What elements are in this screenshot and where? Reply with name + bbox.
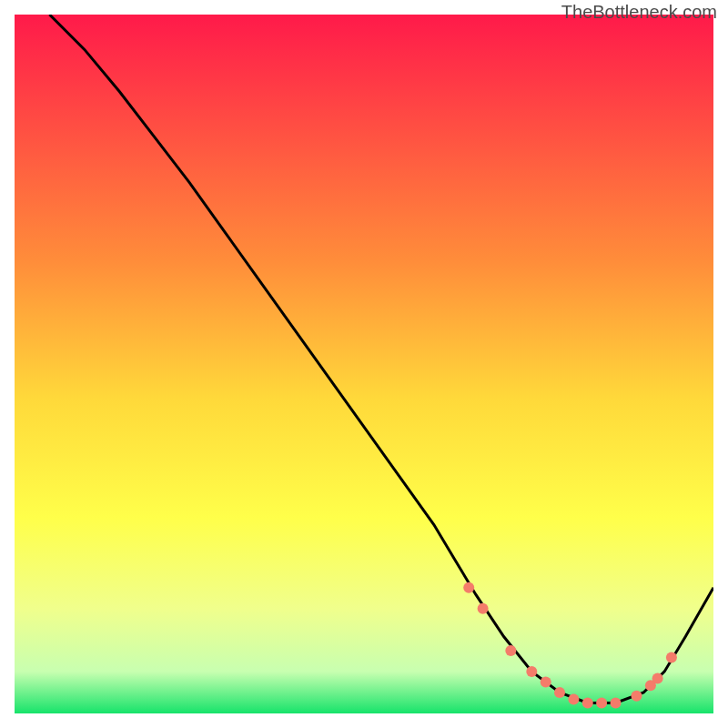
chart-svg [15, 15, 713, 713]
marker-point [554, 687, 565, 698]
marker-point [463, 582, 474, 593]
marker-point [652, 673, 663, 684]
marker-point [632, 691, 642, 702]
marker-point [505, 645, 516, 656]
gradient-background [15, 15, 713, 713]
chart-container: TheBottleneck.com [0, 0, 728, 728]
marker-point [582, 698, 593, 709]
marker-point [596, 698, 607, 709]
marker-point [526, 666, 537, 677]
watermark-text: TheBottleneck.com [561, 2, 717, 23]
marker-point [541, 676, 551, 687]
marker-point [478, 603, 489, 614]
marker-point [568, 694, 579, 705]
marker-point [666, 652, 677, 663]
marker-point [611, 698, 622, 709]
plot-area [15, 15, 713, 713]
